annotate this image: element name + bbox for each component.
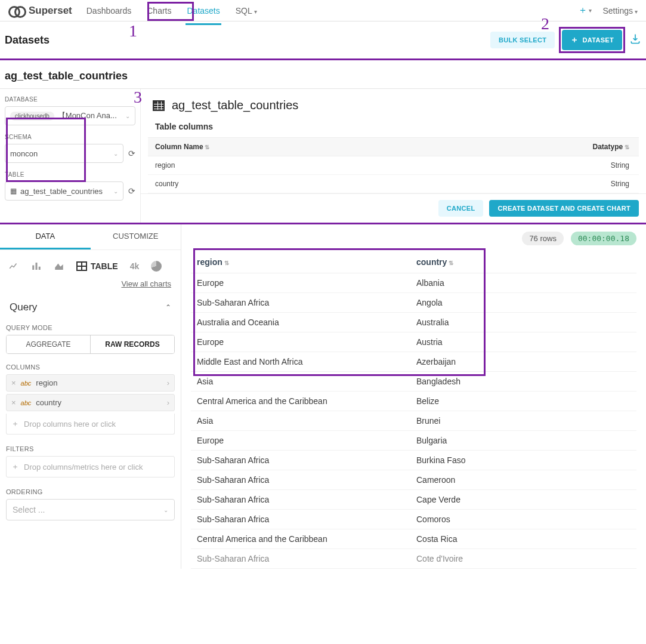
cell-country: Bangladesh bbox=[416, 377, 630, 386]
cell-country: Belize bbox=[416, 396, 630, 406]
schema-label: SCHEMA bbox=[5, 134, 135, 140]
table-columns-label: Table columns bbox=[148, 117, 639, 137]
schema-col-name: country bbox=[155, 180, 178, 188]
view-all-charts-link[interactable]: View all charts bbox=[121, 279, 171, 288]
results-row: AsiaBangladesh bbox=[191, 372, 636, 392]
schema-select[interactable]: moncon ⌄ bbox=[5, 144, 123, 163]
cell-country: Brunei bbox=[416, 416, 630, 426]
cell-region: Europe bbox=[197, 278, 416, 288]
svg-rect-1 bbox=[36, 263, 38, 270]
query-section-header[interactable]: Query ⌃ bbox=[0, 294, 181, 321]
bulk-select-button[interactable]: BULK SELECT bbox=[490, 32, 555, 48]
cell-region: Central America and the Caribbean bbox=[197, 396, 416, 406]
table-viz-selected[interactable]: TABLE bbox=[76, 261, 118, 271]
chevron-up-icon: ⌃ bbox=[165, 303, 171, 312]
results-row: Sub-Saharan AfricaCote d'Ivoire bbox=[191, 549, 636, 569]
results-header-region[interactable]: region bbox=[197, 257, 416, 267]
table-select[interactable]: ▦ ag_test_table_countries ⌄ bbox=[5, 181, 123, 201]
columns-header-row: Column Name Datatype bbox=[148, 137, 639, 156]
cell-region: Sub-Saharan Africa bbox=[197, 455, 416, 465]
column-pill-label: country bbox=[36, 398, 61, 407]
nav-charts[interactable]: Charts bbox=[146, 1, 172, 20]
results-panel: 76 rows 00:00:00.18 region country Europ… bbox=[181, 224, 646, 569]
results-row: Sub-Saharan AfricaCameroon bbox=[191, 470, 636, 490]
cell-region: Asia bbox=[197, 377, 416, 386]
bar-chart-icon[interactable] bbox=[31, 261, 42, 272]
add-dataset-button[interactable]: ＋ DATASET bbox=[562, 30, 622, 50]
cell-country: Australia bbox=[416, 318, 630, 327]
cell-country: Cameroon bbox=[416, 475, 630, 485]
create-dataset-chart-button[interactable]: CREATE DATASET AND CREATE CHART bbox=[489, 200, 639, 217]
column-pill[interactable]: ×abcregion› bbox=[6, 374, 175, 392]
query-mode-toggle: AGGREGATE RAW RECORDS bbox=[6, 335, 175, 354]
area-chart-icon[interactable] bbox=[54, 261, 64, 272]
datatype-header[interactable]: Datatype bbox=[593, 143, 629, 151]
column-pill[interactable]: ×abccountry› bbox=[6, 394, 175, 411]
raw-records-button[interactable]: RAW RECORDS bbox=[91, 335, 174, 353]
drop-filters-hint[interactable]: ＋ Drop columns/metrics here or click bbox=[6, 456, 175, 477]
top-nav: Superset Dashboards Charts Datasets SQL … bbox=[0, 0, 646, 21]
drop-columns-hint[interactable]: ＋ Drop columns here or click bbox=[6, 414, 175, 435]
ordering-label: ORDERING bbox=[0, 485, 181, 499]
remove-column-icon[interactable]: × bbox=[11, 398, 16, 407]
results-row: Central America and the CaribbeanBelize bbox=[191, 392, 636, 411]
chevron-right-icon: › bbox=[167, 378, 169, 387]
schema-row: countryString bbox=[148, 175, 639, 193]
cell-region: Central America and the Caribbean bbox=[197, 534, 416, 544]
big-number-viz[interactable]: 4k bbox=[130, 261, 140, 271]
cancel-button[interactable]: CANCEL bbox=[438, 200, 484, 217]
right-panel-footer: CANCEL CREATE DATASET AND CREATE CHART bbox=[141, 193, 646, 223]
new-dropdown[interactable]: ＋ bbox=[578, 4, 592, 17]
tab-data[interactable]: DATA bbox=[0, 224, 91, 249]
cell-country: Burkina Faso bbox=[416, 455, 630, 465]
tab-customize[interactable]: CUSTOMIZE bbox=[91, 224, 181, 249]
top-half: DATABASE clickhousedb 【MonCon Ana... ⌄ S… bbox=[0, 89, 646, 224]
results-row: Central America and the CaribbeanCosta R… bbox=[191, 529, 636, 549]
line-chart-icon[interactable] bbox=[8, 261, 19, 272]
ordering-select[interactable]: Select ... ⌄ bbox=[6, 499, 175, 520]
cell-region: Sub-Saharan Africa bbox=[197, 554, 416, 563]
cell-region: Sub-Saharan Africa bbox=[197, 495, 416, 504]
remove-column-icon[interactable]: × bbox=[11, 378, 16, 387]
nav-dashboards[interactable]: Dashboards bbox=[85, 1, 133, 20]
results-row: Sub-Saharan AfricaBurkina Faso bbox=[191, 451, 636, 470]
pie-chart-icon[interactable] bbox=[151, 261, 162, 272]
viz-type-row: TABLE 4k bbox=[0, 250, 181, 275]
query-mode-label: QUERY MODE bbox=[0, 321, 181, 335]
right-panel: ag_test_table_countries Table columns Co… bbox=[141, 89, 646, 223]
schema-col-name: region bbox=[155, 161, 175, 170]
explore-left-panel: DATA CUSTOMIZE TABLE 4k View all charts … bbox=[0, 224, 181, 569]
database-value: 【MonCon Ana... bbox=[58, 110, 117, 121]
tabs: DATA CUSTOMIZE bbox=[0, 224, 181, 250]
cell-country: Bulgaria bbox=[416, 436, 630, 445]
database-label: DATABASE bbox=[5, 96, 135, 103]
database-select[interactable]: clickhousedb 【MonCon Ana... ⌄ bbox=[5, 106, 135, 125]
cell-region: Europe bbox=[197, 436, 416, 445]
results-row: Sub-Saharan AfricaComoros bbox=[191, 510, 636, 529]
import-icon[interactable] bbox=[629, 33, 641, 48]
chevron-down-icon: ⌄ bbox=[113, 150, 118, 157]
results-row: AsiaBrunei bbox=[191, 411, 636, 431]
svg-rect-2 bbox=[39, 267, 41, 270]
schema-col-type: String bbox=[611, 161, 629, 170]
bottom-half: DATA CUSTOMIZE TABLE 4k View all charts … bbox=[0, 224, 646, 569]
nav-settings[interactable]: Settings bbox=[602, 6, 638, 16]
dataset-subtitle: ag_test_table_countries bbox=[0, 60, 646, 89]
type-icon: abc bbox=[21, 380, 32, 387]
nav-sql[interactable]: SQL ▾ bbox=[234, 1, 258, 20]
results-row: Sub-Saharan AfricaAngola bbox=[191, 293, 636, 313]
brand-logo[interactable]: Superset bbox=[8, 5, 72, 17]
right-panel-title: ag_test_table_countries bbox=[172, 98, 298, 112]
table-icon bbox=[76, 261, 87, 271]
results-header-country[interactable]: country bbox=[416, 257, 630, 267]
refresh-schema-icon[interactable]: ⟳ bbox=[128, 149, 135, 158]
cell-region: Sub-Saharan Africa bbox=[197, 298, 416, 307]
schema-col-type: String bbox=[611, 180, 629, 188]
aggregate-button[interactable]: AGGREGATE bbox=[7, 335, 91, 353]
results-row: EuropeBulgaria bbox=[191, 431, 636, 451]
colname-header[interactable]: Column Name bbox=[155, 143, 209, 151]
nav-datasets[interactable]: Datasets bbox=[186, 1, 221, 20]
refresh-table-icon[interactable]: ⟳ bbox=[128, 186, 135, 196]
cell-country: Costa Rica bbox=[416, 534, 630, 544]
svg-rect-0 bbox=[32, 266, 34, 270]
